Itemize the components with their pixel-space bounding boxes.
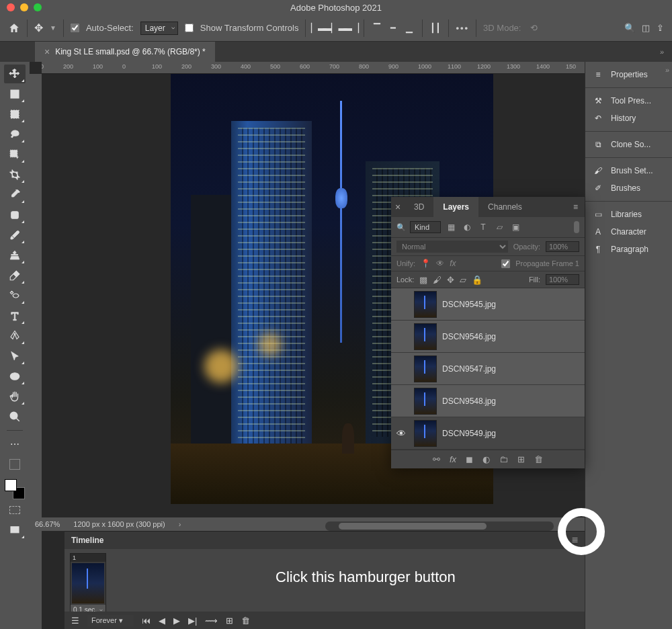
fill-input[interactable]: 100%	[546, 274, 579, 285]
close-panel-icon[interactable]: ×	[391, 202, 405, 212]
horizontal-scrollbar[interactable]	[325, 521, 554, 531]
propagate-checkbox[interactable]	[501, 259, 510, 268]
filter-shape-icon[interactable]: ▱	[493, 221, 505, 233]
layer-fx-icon[interactable]: fx	[450, 454, 456, 464]
chevron-down-icon[interactable]: ▼	[50, 24, 56, 32]
lock-paint-icon[interactable]: 🖌	[433, 275, 442, 285]
first-frame-icon[interactable]: ⏮	[142, 616, 151, 626]
zoom-tool[interactable]	[4, 407, 26, 426]
panel-clone[interactable]: ⧉Clone So...	[585, 136, 672, 153]
eyedropper-tool[interactable]	[4, 185, 26, 204]
hand-tool[interactable]	[4, 387, 26, 406]
panel-brushes[interactable]: ✐Brushes	[585, 179, 672, 197]
layer-thumbnail[interactable]	[414, 388, 437, 415]
panel-sliders[interactable]: ≡Properties	[585, 66, 672, 83]
align-bottom-icon[interactable]: ▁	[403, 22, 415, 34]
new-frame-icon[interactable]: ⊞	[226, 616, 233, 626]
more-options-icon[interactable]: •••	[456, 23, 469, 33]
loop-mode-select[interactable]: Forever ▾	[87, 615, 134, 626]
play-icon[interactable]: ▶	[173, 616, 180, 626]
panel-paragraph[interactable]: ¶Paragraph	[585, 241, 672, 258]
layer-thumbnail[interactable]	[414, 291, 437, 318]
panel-history[interactable]: ↶History	[585, 110, 672, 127]
type-tool[interactable]	[4, 306, 26, 325]
document-info[interactable]: 1200 px x 1600 px (300 ppi)	[73, 520, 165, 528]
timeline-options-icon[interactable]: ☰	[71, 616, 79, 626]
delete-layer-icon[interactable]: 🗑	[534, 454, 543, 464]
unify-style-icon[interactable]: fx	[450, 259, 456, 268]
align-top-icon[interactable]: ▔	[371, 22, 383, 34]
lock-transparent-icon[interactable]: ▩	[419, 275, 427, 285]
share-icon[interactable]: ⇪	[657, 23, 664, 33]
ruler-vertical[interactable]	[30, 74, 42, 629]
align-middle-icon[interactable]: ━	[387, 22, 399, 34]
filter-adjust-icon[interactable]: ◐	[461, 221, 473, 233]
artboard-tool[interactable]	[4, 85, 26, 103]
pen-tool[interactable]	[4, 327, 26, 345]
panel-tools[interactable]: ⚒Tool Pres...	[585, 92, 672, 110]
panel-character[interactable]: ACharacter	[585, 223, 672, 241]
layer-filter-kind-select[interactable]: Kind	[410, 221, 441, 233]
search-icon[interactable]: 🔍	[624, 23, 635, 33]
adjustment-layer-icon[interactable]: ◐	[482, 454, 490, 464]
gradient-tool[interactable]	[4, 286, 26, 305]
filter-smart-icon[interactable]: ▣	[509, 221, 521, 233]
zoom-level[interactable]: 66.67%	[35, 520, 60, 528]
panel-libraries[interactable]: ▭Libraries	[585, 206, 672, 223]
tab-channels[interactable]: Channels	[478, 197, 532, 217]
layer-row[interactable]: DSCN9545.jpg	[391, 288, 585, 321]
next-frame-icon[interactable]: ▶|	[188, 616, 197, 626]
home-icon[interactable]	[8, 22, 20, 34]
brush-tool[interactable]	[4, 226, 26, 245]
path-select-tool[interactable]	[4, 347, 26, 366]
prev-frame-icon[interactable]: ◀	[159, 616, 165, 626]
auto-select-mode-select[interactable]: Layer ⌵	[140, 22, 178, 35]
tween-icon[interactable]: ⟿	[205, 616, 218, 626]
layer-group-icon[interactable]: 🗀	[499, 454, 508, 464]
lock-position-icon[interactable]: ✥	[447, 275, 454, 285]
filter-type-icon[interactable]: T	[477, 221, 489, 233]
layer-mask-icon[interactable]: ◼	[466, 454, 473, 464]
unify-visibility-icon[interactable]: 👁	[436, 259, 444, 268]
filter-pixel-icon[interactable]: ▦	[445, 221, 457, 233]
panel-brush-settings[interactable]: 🖌Brush Set...	[585, 162, 672, 179]
layer-row[interactable]: DSCN9548.jpg	[391, 385, 585, 417]
status-chevron-icon[interactable]: ›	[179, 520, 181, 528]
panel-menu-icon[interactable]: ≡	[566, 202, 585, 212]
timeline-frame[interactable]: 1 0.1 sec.⌵	[70, 553, 106, 616]
align-center-h-icon[interactable]: ▬▏▬	[329, 22, 341, 34]
workspace-icon[interactable]: ◫	[642, 23, 650, 33]
quick-mask-icon[interactable]	[4, 501, 26, 519]
show-transform-checkbox[interactable]	[185, 24, 194, 32]
shape-tool[interactable]	[4, 367, 26, 386]
collapse-panels-icon[interactable]: »	[665, 66, 669, 74]
marquee-tool[interactable]	[4, 105, 26, 124]
quick-select-tool[interactable]	[4, 145, 26, 164]
layer-thumbnail[interactable]	[414, 420, 437, 447]
filter-toggle[interactable]	[574, 221, 579, 233]
new-layer-icon[interactable]: ⊞	[517, 454, 525, 464]
clone-stamp-tool[interactable]	[4, 246, 26, 265]
layer-row[interactable]: 👁DSCN9549.jpg	[391, 417, 585, 450]
eraser-tool[interactable]	[4, 266, 26, 285]
tab-3d[interactable]: 3D	[405, 197, 433, 217]
document-tab[interactable]: × King St LE small.psd @ 66.7% (RGB/8*) …	[35, 42, 215, 62]
layer-thumbnail[interactable]	[414, 323, 437, 350]
delete-frame-icon[interactable]: 🗑	[241, 616, 250, 626]
move-tool[interactable]	[4, 65, 26, 83]
close-tab-icon[interactable]: ×	[44, 46, 50, 57]
layer-row[interactable]: DSCN9547.jpg	[391, 353, 585, 385]
layer-thumbnail[interactable]	[414, 355, 437, 382]
distribute-icon[interactable]: ┃┃	[429, 22, 442, 34]
align-right-icon[interactable]: ▬▕	[345, 22, 357, 34]
auto-select-checkbox[interactable]	[71, 24, 79, 32]
crop-tool[interactable]	[4, 165, 26, 184]
unify-position-icon[interactable]: 📍	[421, 259, 431, 268]
lock-all-icon[interactable]: 🔒	[472, 275, 482, 285]
foreground-color-button[interactable]	[4, 455, 26, 474]
tab-layers[interactable]: Layers	[433, 197, 478, 217]
healing-brush-tool[interactable]	[4, 206, 26, 224]
lock-artboard-icon[interactable]: ▱	[460, 275, 466, 285]
collapse-tabs-icon[interactable]: »	[660, 48, 672, 56]
link-layers-icon[interactable]: ⚯	[433, 454, 440, 464]
